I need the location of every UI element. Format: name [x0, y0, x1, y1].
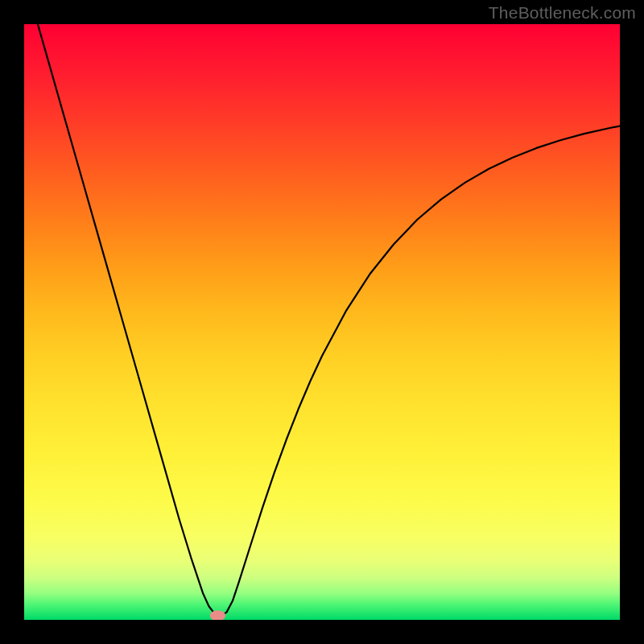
chart-frame: TheBottleneck.com	[0, 0, 644, 644]
bottleneck-chart	[24, 24, 620, 620]
gradient-background	[24, 24, 620, 620]
watermark-text: TheBottleneck.com	[489, 3, 636, 23]
plot-area	[24, 24, 620, 620]
